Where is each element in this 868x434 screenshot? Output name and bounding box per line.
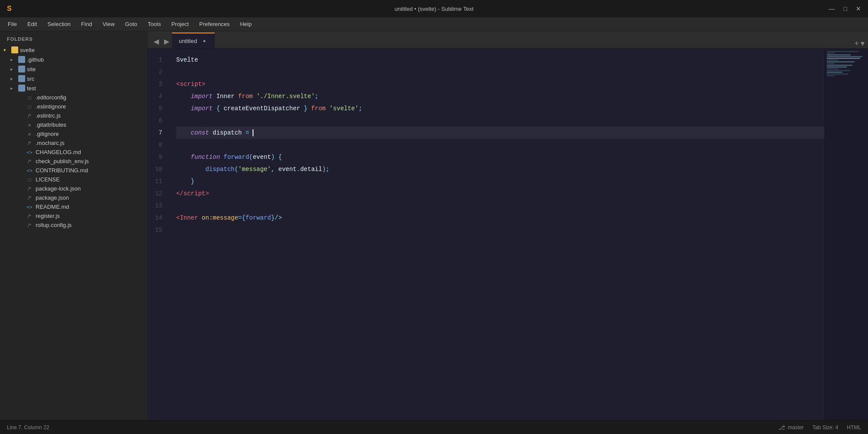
sidebar-item-label: LICENSE [36, 176, 60, 183]
branch-name: master [788, 424, 804, 431]
menubar: FileEditSelectionFindViewGotoToolsProjec… [0, 17, 868, 31]
sidebar-item-label: .editorconfig [36, 94, 66, 101]
tab-list-button[interactable]: ▾ [861, 39, 865, 48]
git-branch[interactable]: ⎇ master [778, 424, 804, 431]
menu-item-tools[interactable]: Tools [143, 19, 165, 29]
line-number-12: 12 [148, 187, 162, 200]
sidebar-item--eslintrc-js[interactable]: /*.eslintrc.js [0, 111, 147, 120]
line-number-9: 9 [148, 151, 162, 163]
menu-item-view[interactable]: View [98, 19, 119, 29]
folder-icon [18, 75, 25, 82]
sidebar-item-changelog-md[interactable]: <>CHANGELOG.md [0, 148, 147, 157]
sidebar-item-rollup-config-js[interactable]: /*rollup.config.js [0, 220, 147, 230]
code-line-13 [176, 200, 825, 212]
line-number-3: 3 [148, 78, 162, 90]
cursor-position[interactable]: Line 7, Column 22 [7, 424, 49, 431]
sidebar-item-label: check_publish_env.js [36, 158, 89, 164]
sidebar-item--editorconfig[interactable]: □.editorconfig [0, 93, 147, 102]
folder-icon [18, 85, 25, 92]
line-numbers: 123456789101112131415 [148, 49, 169, 420]
minimize-button[interactable]: — [829, 5, 835, 12]
sidebar-item--eslintignore[interactable]: □.eslintignore [0, 102, 147, 111]
line-number-15: 15 [148, 224, 162, 236]
new-tab-button[interactable]: + [854, 39, 859, 48]
file-js-icon: /* [25, 195, 34, 201]
folder-arrow-icon: ▾ [3, 47, 10, 53]
code-line-6 [176, 115, 825, 127]
line-number-1: 1 [148, 54, 162, 66]
file-attr-icon: ≡ [25, 122, 34, 128]
sidebar-item-label: .eslintrc.js [36, 112, 61, 119]
tab-add-area: + ▾ [854, 39, 868, 48]
sidebar-item-label: package-lock.json [36, 185, 81, 192]
line-number-4: 4 [148, 90, 162, 102]
file-icon: □ [25, 104, 34, 109]
code-editor[interactable]: 123456789101112131415 Svelte<script> imp… [148, 49, 825, 420]
branch-icon: ⎇ [778, 424, 785, 431]
menu-item-help[interactable]: Help [236, 19, 256, 29]
tab-close-button[interactable]: ● [201, 38, 207, 44]
line-number-8: 8 [148, 139, 162, 151]
editor-tab-untitled[interactable]: untitled ● [172, 33, 215, 48]
sidebar-item-label: .gitignore [36, 131, 59, 137]
sidebar-item-label: site [27, 66, 36, 72]
sidebar-item--mocharc-js[interactable]: /*.mocharc.js [0, 138, 147, 148]
sidebar-item--gitignore[interactable]: ≡.gitignore [0, 129, 147, 138]
sidebar-item--gitattributes[interactable]: ≡.gitattributes [0, 120, 147, 129]
menu-item-project[interactable]: Project [167, 19, 193, 29]
menu-item-goto[interactable]: Goto [121, 19, 141, 29]
line-number-10: 10 [148, 163, 162, 175]
tab-prev-button[interactable]: ◀ [151, 34, 161, 48]
sidebar-item-label: test [27, 85, 36, 92]
sidebar-item-readme-md[interactable]: <>README.md [0, 202, 147, 211]
menu-item-file[interactable]: File [3, 19, 21, 29]
editor-area: ◀ ▶ untitled ● + ▾ 123456789101112131415… [148, 31, 868, 420]
folder-arrow-icon: ▸ [10, 76, 16, 82]
sidebar-tree: ▾svelte▸.github▸site▸src▸test□.editorcon… [0, 45, 147, 230]
menu-item-edit[interactable]: Edit [23, 19, 41, 29]
tab-label: untitled [179, 38, 197, 44]
sidebar-header: FOLDERS [0, 31, 147, 45]
syntax-label[interactable]: HTML [847, 424, 861, 431]
sidebar-item-svelte[interactable]: ▾svelte [0, 45, 147, 55]
line-number-13: 13 [148, 200, 162, 212]
close-button[interactable]: ✕ [856, 5, 861, 12]
code-line-11: } [176, 175, 825, 187]
menu-item-selection[interactable]: Selection [43, 19, 75, 29]
maximize-button[interactable]: □ [844, 5, 847, 12]
line-number-5: 5 [148, 102, 162, 115]
app-icon: S [7, 4, 12, 13]
sidebar-item-package-lock-json[interactable]: /*package-lock.json [0, 184, 147, 193]
code-line-5: import { createEventDispatcher } from 's… [176, 102, 825, 115]
folder-icon [18, 56, 25, 63]
sidebar-item-license[interactable]: □LICENSE [0, 175, 147, 184]
file-md-icon: <> [25, 204, 34, 210]
folder-arrow-icon: ▸ [10, 85, 16, 91]
sidebar-item-test[interactable]: ▸test [0, 83, 147, 93]
menu-item-preferences[interactable]: Preferences [195, 19, 234, 29]
file-icon: □ [25, 177, 34, 182]
code-line-12: </script> [176, 187, 825, 200]
tab-next-button[interactable]: ▶ [161, 34, 172, 48]
sidebar-item-label: package.json [36, 194, 69, 201]
code-line-9: function forward(event) { [176, 151, 825, 163]
window-controls: — □ ✕ [829, 5, 861, 12]
code-content[interactable]: Svelte<script> import Inner from './Inne… [169, 49, 825, 420]
code-line-10: dispatch('message', event.detail); [176, 163, 825, 175]
sidebar-item-site[interactable]: ▸site [0, 64, 147, 74]
file-js-icon: /* [25, 223, 34, 228]
sidebar-item-label: .gitattributes [36, 122, 66, 128]
file-md-icon: <> [25, 168, 34, 173]
sidebar-item-contributing-md[interactable]: <>CONTRIBUTING.md [0, 166, 147, 175]
line-number-14: 14 [148, 212, 162, 224]
sidebar-item-register-js[interactable]: /*register.js [0, 211, 147, 220]
sidebar-item-package-json[interactable]: /*package.json [0, 193, 147, 202]
code-line-8 [176, 139, 825, 151]
menu-item-find[interactable]: Find [77, 19, 96, 29]
sidebar-item-check-publish-env-js[interactable]: /*check_publish_env.js [0, 157, 147, 166]
sidebar-item-label: .github [27, 56, 44, 63]
sidebar-item-src[interactable]: ▸src [0, 74, 147, 83]
sidebar-item--github[interactable]: ▸.github [0, 55, 147, 64]
tab-size[interactable]: Tab Size: 4 [812, 424, 838, 431]
titlebar: S untitled • (svelte) - Sublime Text — □… [0, 0, 868, 17]
